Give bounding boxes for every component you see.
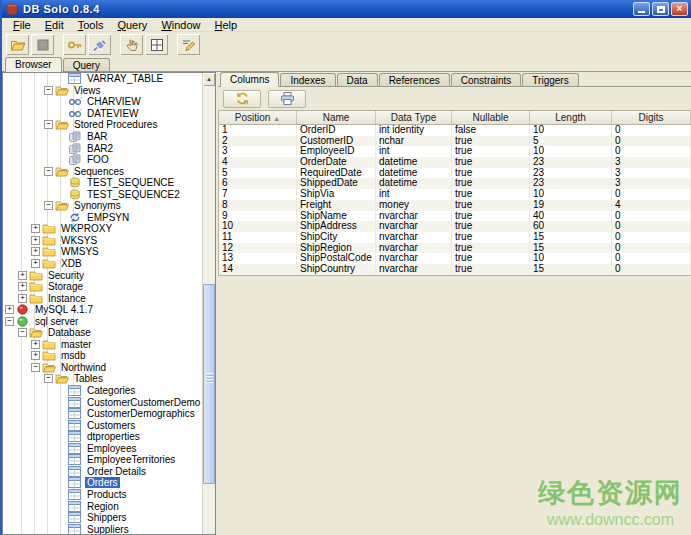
table-row[interactable]: 4OrderDatedatetimetrue233 (219, 157, 691, 168)
close-button[interactable]: × (671, 2, 688, 16)
tree-item-customercustomerdemo[interactable]: CustomerCustomerDemo (3, 396, 215, 408)
column-header-nullable[interactable]: Nullable (452, 111, 530, 124)
tree-scrollbar[interactable]: ▲ (202, 73, 215, 534)
table-row[interactable]: 1OrderIDint identityfalse100 (219, 125, 691, 136)
tree-item-wksys[interactable]: +WKSYS (3, 235, 215, 247)
menu-edit[interactable]: Edit (38, 19, 71, 31)
tree-item-suppliers[interactable]: Suppliers (3, 523, 215, 535)
sql-editor-button[interactable] (177, 34, 200, 55)
menu-query[interactable]: Query (110, 19, 154, 31)
column-header-position[interactable]: Position ▲ (219, 111, 297, 124)
refresh-button[interactable] (223, 90, 261, 108)
tree-item-tables[interactable]: −Tables (3, 373, 215, 385)
table-row[interactable]: 8Freightmoneytrue194 (219, 200, 691, 211)
collapse-icon[interactable]: − (44, 120, 53, 129)
tree-item-bar2[interactable]: BAR2 (3, 142, 215, 154)
tab-query[interactable]: Query (63, 58, 110, 71)
tree-item-products[interactable]: Products (3, 489, 215, 501)
tree-item-bar[interactable]: BAR (3, 131, 215, 143)
collapse-icon[interactable]: − (18, 328, 27, 337)
collapse-icon[interactable]: − (31, 363, 40, 372)
expand-icon[interactable]: + (18, 282, 27, 291)
hand-browse-button[interactable] (120, 34, 143, 55)
expand-icon[interactable]: + (31, 224, 40, 233)
tree-item-northwind[interactable]: −Northwind (3, 362, 215, 374)
tree-item-employees[interactable]: Employees (3, 443, 215, 455)
tree-item-shippers[interactable]: Shippers (3, 512, 215, 524)
tree-item-test-sequence2[interactable]: TEST_SEQUENCE2 (3, 188, 215, 200)
table-row[interactable]: 5RequiredDatedatetimetrue233 (219, 168, 691, 179)
tree-item-mysql-4-1-7[interactable]: +MySQL 4.1.7 (3, 304, 215, 316)
scrollbar-thumb[interactable] (203, 284, 215, 484)
menu-window[interactable]: Window (154, 19, 207, 31)
table-row[interactable]: 10ShipAddressnvarchartrue600 (219, 221, 691, 232)
table-row[interactable]: 2CustomerIDnchartrue50 (219, 136, 691, 147)
menu-file[interactable]: File (6, 19, 38, 31)
table-row[interactable]: 13ShipPostalCodenvarchartrue100 (219, 253, 691, 264)
collapse-icon[interactable]: − (44, 374, 53, 383)
expand-icon[interactable]: + (31, 340, 40, 349)
tab-columns[interactable]: Columns (220, 72, 279, 87)
tree-item-wmsys[interactable]: +WMSYS (3, 246, 215, 258)
table-row[interactable]: 3EmployeeIDinttrue100 (219, 146, 691, 157)
expand-icon[interactable]: + (18, 294, 27, 303)
tree-item-dtproperties[interactable]: dtproperties (3, 431, 215, 443)
tree-item-test-sequence[interactable]: TEST_SEQUENCE (3, 177, 215, 189)
tree-item-synonyms[interactable]: −Synonyms (3, 200, 215, 212)
tree-item-customerdemographics[interactable]: CustomerDemographics (3, 408, 215, 420)
tree-item-region[interactable]: Region (3, 500, 215, 512)
menu-help[interactable]: Help (208, 19, 245, 31)
printer-button[interactable] (268, 90, 306, 108)
expand-icon[interactable]: + (31, 351, 40, 360)
collapse-icon[interactable]: − (44, 86, 53, 95)
table-row[interactable]: 12ShipRegionnvarchartrue150 (219, 243, 691, 254)
tree-item-xdb[interactable]: +XDB (3, 258, 215, 270)
grid-view-button[interactable] (145, 34, 168, 55)
expand-icon[interactable]: + (31, 247, 40, 256)
expand-icon[interactable]: + (18, 271, 27, 280)
tree-item-charview[interactable]: CHARVIEW (3, 96, 215, 108)
column-header-name[interactable]: Name (297, 111, 376, 124)
tree-item-sql-server[interactable]: −sql server (3, 315, 215, 327)
tree-item-instance[interactable]: +Instance (3, 292, 215, 304)
tab-browser[interactable]: Browser (5, 57, 62, 72)
tree-item-wkproxy[interactable]: +WKPROXY (3, 223, 215, 235)
table-row[interactable]: 9ShipNamenvarchartrue400 (219, 211, 691, 222)
column-header-digits[interactable]: Digits (612, 111, 691, 124)
table-row[interactable]: 6ShippedDatedatetimetrue233 (219, 178, 691, 189)
tree-item-views[interactable]: −Views (3, 85, 215, 97)
minimize-button[interactable] (633, 2, 650, 16)
column-header-length[interactable]: Length (530, 111, 612, 124)
expand-icon[interactable]: + (31, 259, 40, 268)
maximize-button[interactable] (652, 2, 669, 16)
collapse-icon[interactable]: − (44, 167, 53, 176)
tree-item-categories[interactable]: Categories (3, 385, 215, 397)
tab-data[interactable]: Data (337, 73, 378, 86)
tree-item-master[interactable]: +master (3, 339, 215, 351)
collapse-icon[interactable]: − (5, 317, 14, 326)
scroll-up-button[interactable]: ▲ (203, 73, 215, 86)
expand-icon[interactable]: + (31, 236, 40, 245)
tree-item-customers[interactable]: Customers (3, 419, 215, 431)
tree-item-storage[interactable]: +Storage (3, 281, 215, 293)
menu-tools[interactable]: Tools (71, 19, 111, 31)
tree-item-stored-procedures[interactable]: −Stored Procedures (3, 119, 215, 131)
tree-item-varray-table[interactable]: VARRAY_TABLE (3, 73, 215, 85)
tree-item-dateview[interactable]: DATEVIEW (3, 108, 215, 120)
tree-item-foo[interactable]: FOO (3, 154, 215, 166)
column-header-data-type[interactable]: Data Type (376, 111, 452, 124)
open-folder-button[interactable] (6, 34, 29, 55)
key-connect-button[interactable] (63, 34, 86, 55)
stop-square-button[interactable] (31, 34, 54, 55)
tab-references[interactable]: References (379, 73, 450, 86)
tree-item-database[interactable]: −Database (3, 327, 215, 339)
tab-indexes[interactable]: Indexes (280, 73, 335, 86)
tree-item-order-details[interactable]: Order Details (3, 466, 215, 478)
table-row[interactable]: 14ShipCountrynvarchartrue150 (219, 264, 691, 275)
tree-item-empsyn[interactable]: EMPSYN (3, 212, 215, 224)
collapse-icon[interactable]: − (44, 201, 53, 210)
expand-icon[interactable]: + (5, 305, 14, 314)
plug-disconnect-button[interactable] (88, 34, 111, 55)
tab-triggers[interactable]: Triggers (522, 73, 578, 86)
tree-item-security[interactable]: +Security (3, 269, 215, 281)
